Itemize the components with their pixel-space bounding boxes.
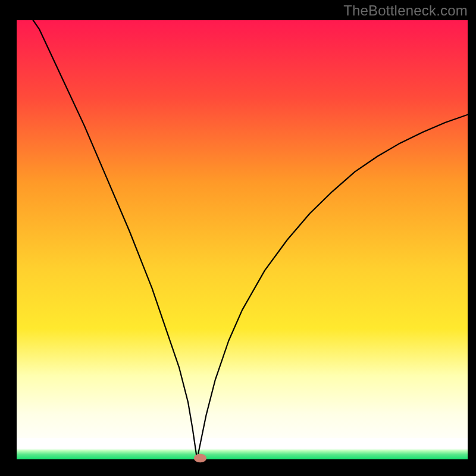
- watermark-text: TheBottleneck.com: [343, 2, 468, 19]
- gradient-background: [17, 20, 468, 449]
- green-band: [17, 449, 468, 459]
- white-strip: [17, 438, 468, 449]
- optimum-marker: [194, 454, 206, 463]
- bottleneck-chart: [0, 0, 476, 476]
- chart-frame: TheBottleneck.com: [0, 0, 476, 476]
